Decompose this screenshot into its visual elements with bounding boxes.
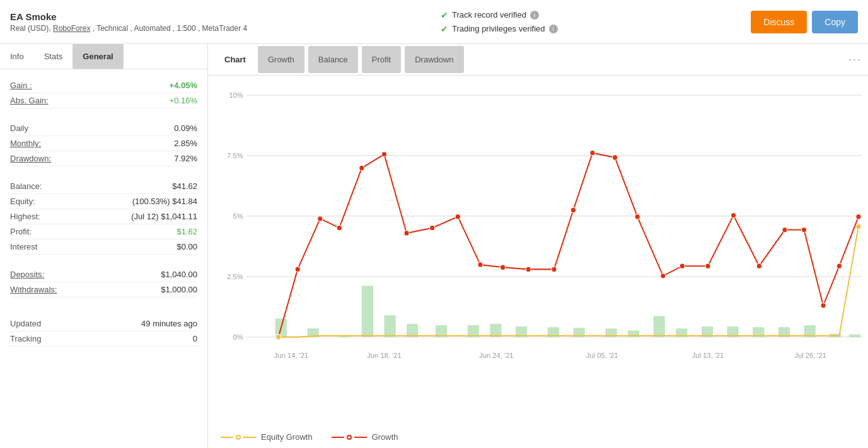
svg-point-57	[680, 263, 685, 268]
growth-chart: 10% 7.5% 5% 2.5% 0% Jun 14, '21 Jun 18, …	[214, 82, 862, 384]
footer-section: Updated 49 minutes ago Tracking 0	[10, 316, 197, 347]
header: EA Smoke Real (USD), RoboForex , Technic…	[0, 0, 868, 44]
tab-general[interactable]: General	[72, 44, 123, 69]
main-content: Info Stats General Gain : +4.05% Abs. Ga…	[0, 44, 868, 448]
svg-text:Jul 13, '21: Jul 13, '21	[692, 352, 724, 359]
svg-point-46	[430, 225, 435, 230]
interest-row: Interest $0.00	[10, 239, 197, 255]
interest-label: Interest	[10, 242, 37, 251]
svg-point-58	[705, 263, 710, 268]
deposits-value: $1,040.00	[161, 270, 197, 279]
drawdown-row: Drawdown: 7.92%	[10, 151, 197, 166]
equity-label: Equity:	[10, 197, 35, 206]
balance-section: Balance: $41.62 Equity: (100.53%) $41.84…	[10, 179, 197, 255]
svg-text:Jun 18, '21: Jun 18, '21	[367, 352, 401, 359]
profit-value: $1.62	[176, 227, 197, 236]
broker-link[interactable]: RoboForex	[53, 24, 90, 33]
svg-point-47	[455, 214, 460, 219]
svg-point-64	[836, 263, 842, 268]
deposits-section: Deposits: $1,040.00 Withdrawals: $1,000.…	[10, 267, 197, 297]
svg-point-56	[661, 273, 666, 279]
discuss-button[interactable]: Discuss	[751, 11, 807, 33]
svg-rect-30	[654, 316, 665, 336]
tab-stats[interactable]: Stats	[34, 44, 73, 69]
header-actions: Discuss Copy	[751, 11, 858, 33]
highest-value: (Jul 12) $1,041.11	[131, 212, 197, 221]
svg-text:Jun 14, '21: Jun 14, '21	[274, 352, 308, 359]
svg-text:7.5%: 7.5%	[227, 152, 243, 159]
equity-row: Equity: (100.53%) $41.84	[10, 194, 197, 209]
track-record-verified: ✔ Track record verified i	[441, 10, 558, 20]
monthly-label[interactable]: Monthly:	[10, 139, 41, 148]
tab-growth[interactable]: Growth	[258, 46, 304, 73]
growth-label: Growth	[372, 432, 398, 442]
svg-point-41	[318, 216, 323, 221]
deposits-label[interactable]: Deposits:	[10, 270, 44, 279]
svg-point-65	[856, 214, 861, 219]
interest-value: $0.00	[176, 242, 197, 251]
svg-point-60	[756, 263, 761, 268]
abs-gain-label[interactable]: Abs. Gain:	[10, 96, 49, 105]
svg-point-50	[526, 267, 531, 272]
chart-legend: Equity Growth Growth	[208, 426, 868, 448]
gain-row: Gain : +4.05%	[10, 78, 197, 93]
withdrawals-value: $1,000.00	[161, 285, 197, 294]
equity-growth-legend: Equity Growth	[221, 432, 313, 442]
svg-text:10%: 10%	[229, 91, 243, 99]
balance-value: $41.62	[172, 181, 197, 191]
svg-point-66	[276, 335, 281, 340]
withdrawals-row: Withdrawals: $1,000.00	[10, 282, 197, 297]
abs-gain-value: +0.16%	[170, 96, 197, 105]
gain-value: +4.05%	[170, 81, 197, 90]
tracking-label: Tracking	[10, 334, 41, 343]
tab-info[interactable]: Info	[0, 44, 34, 69]
updated-row: Updated 49 minutes ago	[10, 316, 197, 331]
svg-point-48	[478, 262, 483, 267]
svg-text:5%: 5%	[233, 212, 243, 220]
tab-profit[interactable]: Profit	[362, 46, 401, 73]
equity-value: (100.53%) $41.84	[132, 197, 197, 206]
header-left: EA Smoke Real (USD), RoboForex , Technic…	[10, 11, 247, 33]
svg-point-42	[337, 225, 342, 230]
svg-point-49	[501, 265, 506, 270]
performance-section: Daily 0.09% Monthly: 2.85% Drawdown: 7.9…	[10, 121, 197, 166]
drawdown-value: 7.92%	[174, 154, 197, 163]
profit-row: Profit: $1.62	[10, 224, 197, 239]
tab-balance[interactable]: Balance	[308, 46, 358, 73]
tab-chart[interactable]: Chart	[214, 46, 256, 73]
tab-drawdown[interactable]: Drawdown	[405, 46, 463, 73]
svg-text:Jul 26, '21: Jul 26, '21	[794, 352, 826, 359]
account-title: EA Smoke	[10, 11, 247, 22]
chart-more-icon[interactable]: ···	[848, 53, 862, 66]
copy-button[interactable]: Copy	[812, 11, 858, 33]
withdrawals-label[interactable]: Withdrawals:	[10, 285, 57, 294]
chart-area: Chart Growth Balance Profit Drawdown ···…	[208, 44, 868, 448]
svg-point-53	[590, 151, 595, 156]
svg-rect-20	[384, 315, 395, 336]
svg-text:Jul 05, '21: Jul 05, '21	[586, 352, 618, 359]
equity-growth-label: Equity Growth	[261, 432, 313, 442]
svg-point-43	[359, 166, 364, 171]
svg-text:2.5%: 2.5%	[227, 273, 243, 280]
daily-label: Daily	[10, 123, 28, 133]
tracking-row: Tracking 0	[10, 331, 197, 347]
sidebar-tabs: Info Stats General	[0, 44, 207, 69]
gain-label[interactable]: Gain :	[10, 81, 32, 90]
svg-text:Jun 24, '21: Jun 24, '21	[479, 352, 513, 359]
trading-privileges-verified: ✔ Trading privileges verified i	[441, 24, 558, 34]
monthly-row: Monthly: 2.85%	[10, 136, 197, 151]
chart-container: 10% 7.5% 5% 2.5% 0% Jun 14, '21 Jun 18, …	[208, 76, 868, 426]
info-icon-2[interactable]: i	[549, 25, 558, 33]
info-icon-1[interactable]: i	[530, 11, 539, 20]
balance-row: Balance: $41.62	[10, 179, 197, 194]
svg-point-52	[570, 207, 576, 212]
abs-gain-row: Abs. Gain: +0.16%	[10, 93, 197, 108]
growth-legend: Growth	[332, 432, 398, 442]
gain-section: Gain : +4.05% Abs. Gain: +0.16%	[10, 78, 197, 108]
drawdown-label[interactable]: Drawdown:	[10, 154, 51, 163]
tracking-value: 0	[193, 334, 197, 343]
deposits-row: Deposits: $1,040.00	[10, 267, 197, 282]
svg-point-45	[404, 231, 409, 236]
check-icon-1: ✔	[441, 10, 448, 20]
svg-point-55	[635, 214, 640, 219]
